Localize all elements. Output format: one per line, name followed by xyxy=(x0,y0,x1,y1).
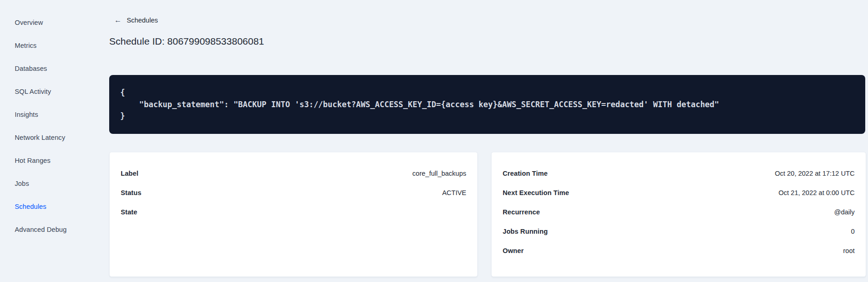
recurrence-value: @daily xyxy=(834,208,855,216)
owner-key: Owner xyxy=(503,247,524,254)
sidebar-item-insights[interactable]: Insights xyxy=(0,103,97,126)
sidebar-item-sql-activity[interactable]: SQL Activity xyxy=(0,80,97,103)
table-row: Jobs Running 0 xyxy=(503,222,855,241)
owner-value: root xyxy=(843,247,855,254)
next-execution-time-key: Next Execution Time xyxy=(503,189,569,196)
jobs-running-value: 0 xyxy=(851,228,855,235)
table-row: Owner root xyxy=(503,241,855,260)
label-key: Label xyxy=(121,170,138,177)
sidebar-item-hot-ranges[interactable]: Hot Ranges xyxy=(0,149,97,172)
status-key: Status xyxy=(121,189,141,196)
label-value: core_full_backups xyxy=(412,170,466,177)
table-row: Next Execution Time Oct 21, 2022 at 0:00… xyxy=(503,183,855,202)
schedule-timing-card: Creation Time Oct 20, 2022 at 17:12 UTC … xyxy=(491,152,866,277)
sidebar-item-network-latency[interactable]: Network Latency xyxy=(0,126,97,149)
sidebar-item-schedules[interactable]: Schedules xyxy=(0,195,97,218)
back-to-schedules-link[interactable]: ← Schedules xyxy=(114,16,158,25)
sidebar-nav: Overview Metrics Databases SQL Activity … xyxy=(0,11,97,241)
recurrence-key: Recurrence xyxy=(503,208,540,216)
table-row: Label core_full_backups xyxy=(121,164,466,183)
table-row: Recurrence @daily xyxy=(503,202,855,222)
table-row: Status ACTIVE xyxy=(121,183,466,202)
creation-time-key: Creation Time xyxy=(503,170,548,177)
code-line: { xyxy=(120,87,854,99)
jobs-running-key: Jobs Running xyxy=(503,228,548,235)
code-line: "backup_statement": "BACKUP INTO 's3://b… xyxy=(120,99,854,111)
state-key: State xyxy=(121,208,137,216)
sidebar-item-jobs[interactable]: Jobs xyxy=(0,172,97,195)
sidebar-item-metrics[interactable]: Metrics xyxy=(0,34,97,57)
table-row: Creation Time Oct 20, 2022 at 17:12 UTC xyxy=(503,164,855,183)
back-arrow-icon: ← xyxy=(114,17,122,24)
sidebar-item-overview[interactable]: Overview xyxy=(0,11,97,34)
sidebar-item-databases[interactable]: Databases xyxy=(0,57,97,80)
creation-time-value: Oct 20, 2022 at 17:12 UTC xyxy=(775,170,855,177)
table-row: State xyxy=(121,202,466,222)
page-title: Schedule ID: 806799098533806081 xyxy=(109,36,264,47)
sidebar-item-advanced-debug[interactable]: Advanced Debug xyxy=(0,218,97,241)
back-link-label: Schedules xyxy=(127,17,158,24)
summary-cards: Label core_full_backups Status ACTIVE St… xyxy=(109,152,866,277)
schedule-statement-code-block: { "backup_statement": "BACKUP INTO 's3:/… xyxy=(109,75,865,134)
next-execution-time-value: Oct 21, 2022 at 0:00 UTC xyxy=(779,189,855,196)
schedule-details-card: Label core_full_backups Status ACTIVE St… xyxy=(109,152,478,277)
code-line: } xyxy=(120,110,854,122)
status-value: ACTIVE xyxy=(442,189,466,196)
